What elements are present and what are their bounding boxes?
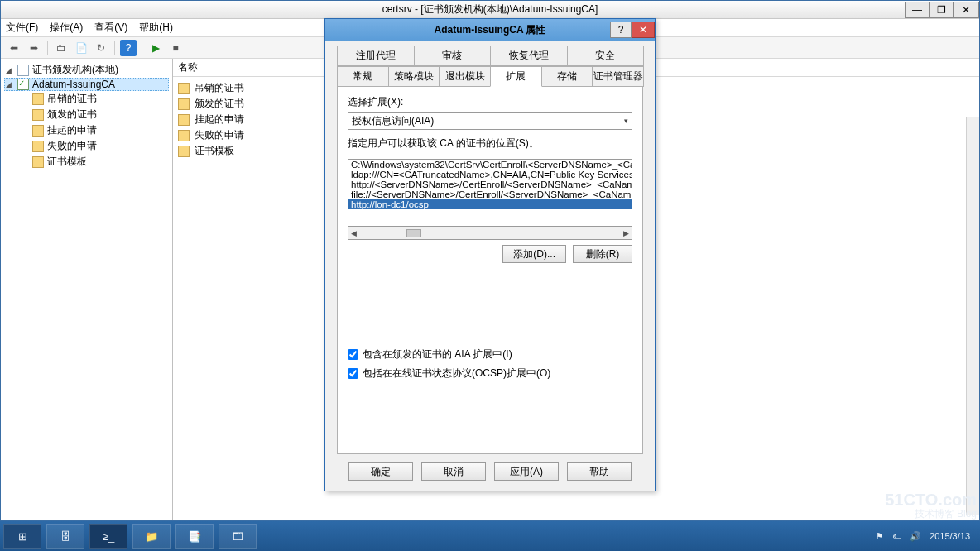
checkbox-input[interactable] [348, 368, 358, 379]
tree-item-templates[interactable]: 证书模板 [4, 154, 169, 170]
remove-button[interactable]: 删除(R) [573, 245, 632, 263]
vertical-scrollbar[interactable] [966, 117, 979, 515]
task-other[interactable]: 🗔 [219, 524, 257, 549]
tray-date[interactable]: 2015/3/13 [930, 531, 970, 541]
tab-storage[interactable]: 存储 [541, 66, 593, 87]
separator [47, 41, 48, 55]
tray-volume-icon[interactable]: 🔊 [910, 531, 921, 542]
tab-enroll-agent[interactable]: 注册代理 [337, 46, 415, 66]
start-button[interactable]: ⊞ [3, 524, 41, 549]
minimize-button[interactable]: — [905, 2, 930, 18]
tab-general[interactable]: 常规 [337, 66, 389, 87]
menu-file[interactable]: 文件(F) [6, 21, 38, 35]
tab-recovery-agent[interactable]: 恢复代理 [490, 46, 568, 66]
scroll-thumb[interactable] [406, 229, 421, 237]
play-icon[interactable]: ▶ [147, 40, 164, 56]
folder-icon [178, 130, 190, 141]
apply-button[interactable]: 应用(A) [494, 462, 559, 481]
combobox-value: 授权信息访问(AIA) [352, 114, 434, 128]
menu-action[interactable]: 操作(A) [50, 21, 83, 35]
ca-icon [17, 79, 29, 90]
folder-icon [32, 109, 44, 121]
include-aia-checkbox[interactable]: 包含在颁发的证书的 AIA 扩展中(I) [348, 347, 632, 362]
tabs-row-2: 常规 策略模块 退出模块 扩展 存储 证书管理器 [325, 66, 655, 87]
help-icon[interactable]: ? [120, 40, 137, 56]
menu-help[interactable]: 帮助(H) [139, 21, 173, 35]
task-certsrv[interactable]: 📑 [175, 524, 214, 549]
location-item[interactable]: ldap:///CN=<CATruncatedName>,CN=AIA,CN=P… [348, 170, 632, 180]
folder-icon [178, 146, 190, 157]
tree-item-revoked[interactable]: 吊销的证书 [4, 91, 169, 107]
tabs-row-1: 注册代理 审核 恢复代理 安全 [325, 41, 655, 66]
properties-icon[interactable]: 📄 [73, 40, 89, 56]
titlebar: certsrv - [证书颁发机构(本地)\Adatum-IssuingCA] … [1, 1, 979, 19]
extension-description: 指定用户可以获取该 CA 的证书的位置(S)。 [348, 137, 632, 151]
select-extension-label: 选择扩展(X): [348, 95, 632, 109]
dialog-footer: 确定 取消 应用(A) 帮助 [325, 462, 655, 491]
forward-icon[interactable]: ➡ [26, 40, 42, 56]
dialog-title: Adatum-IssuingCA 属性 [435, 23, 546, 37]
task-explorer[interactable]: 📁 [132, 524, 171, 549]
tab-policy-module[interactable]: 策略模块 [388, 66, 440, 87]
folder-icon [32, 125, 44, 137]
tab-exit-module[interactable]: 退出模块 [439, 66, 491, 87]
tab-security[interactable]: 安全 [567, 46, 645, 66]
folder-icon [32, 93, 44, 105]
tray-flag-icon[interactable]: ⚑ [876, 531, 884, 542]
cancel-button[interactable]: 取消 [421, 462, 486, 481]
location-item[interactable]: C:\Windows\system32\CertSrv\CertEnroll\<… [348, 160, 632, 170]
system-tray: ⚑ 🏷 🔊 2015/3/13 [876, 531, 977, 542]
extension-combobox[interactable]: 授权信息访问(AIA) ▾ [348, 112, 632, 130]
menu-view[interactable]: 查看(V) [94, 21, 127, 35]
tab-extensions[interactable]: 扩展 [490, 66, 542, 87]
tree-panel: ◢证书颁发机构(本地) ◢Adatum-IssuingCA 吊销的证书 颁发的证… [1, 59, 173, 520]
close-button[interactable]: ✕ [953, 2, 979, 18]
task-powershell[interactable]: ≥_ [89, 524, 127, 549]
locations-listbox[interactable]: C:\Windows\system32\CertSrv\CertEnroll\<… [348, 159, 632, 227]
tab-cert-manager[interactable]: 证书管理器 [592, 66, 644, 87]
scroll-right-icon[interactable]: ▶ [623, 229, 629, 237]
tree-root[interactable]: ◢证书颁发机构(本地) [4, 62, 169, 78]
scroll-left-icon[interactable]: ◀ [351, 229, 357, 237]
ok-button[interactable]: 确定 [348, 462, 413, 481]
horizontal-scrollbar[interactable]: ◀▶ [348, 227, 632, 240]
maximize-button[interactable]: ❐ [929, 2, 954, 18]
tree-ca-node[interactable]: ◢Adatum-IssuingCA [4, 78, 169, 91]
checkbox-input[interactable] [348, 349, 358, 360]
stop-icon[interactable]: ■ [167, 40, 184, 56]
tree-item-pending[interactable]: 挂起的申请 [4, 122, 169, 138]
location-item[interactable]: file://<ServerDNSName>/CertEnroll/<Serve… [348, 189, 632, 199]
separator [142, 41, 142, 55]
folder-icon [32, 156, 44, 168]
properties-dialog: Adatum-IssuingCA 属性 ? ✕ 注册代理 审核 恢复代理 安全 … [324, 18, 656, 491]
window-title: certsrv - [证书颁发机构(本地)\Adatum-IssuingCA] [382, 2, 598, 17]
folder-icon [178, 83, 190, 94]
add-button[interactable]: 添加(D)... [502, 245, 566, 263]
include-ocsp-checkbox[interactable]: 包括在在线证书状态协议(OCSP)扩展中(O) [348, 367, 632, 381]
task-server-manager[interactable]: 🗄 [46, 524, 84, 549]
refresh-icon[interactable]: ↻ [93, 40, 109, 56]
dialog-close-button[interactable]: ✕ [632, 22, 655, 38]
chevron-down-icon: ▾ [624, 117, 628, 125]
tab-body: 选择扩展(X): 授权信息访问(AIA) ▾ 指定用户可以获取该 CA 的证书的… [337, 87, 643, 454]
tree-item-failed[interactable]: 失败的申请 [4, 138, 169, 154]
back-icon[interactable]: ⬅ [6, 40, 22, 56]
help-button[interactable]: 帮助 [567, 462, 632, 481]
up-icon[interactable]: 🗀 [53, 40, 70, 56]
folder-icon [32, 141, 44, 152]
separator [114, 41, 115, 55]
location-item-selected[interactable]: http://lon-dc1/ocsp [348, 199, 632, 209]
taskbar: ⊞ 🗄 ≥_ 📁 📑 🗔 ⚑ 🏷 🔊 2015/3/13 [0, 521, 980, 551]
tab-audit[interactable]: 审核 [414, 46, 492, 66]
tray-network-icon[interactable]: 🏷 [892, 531, 901, 541]
dialog-help-button[interactable]: ? [610, 22, 632, 38]
cert-authority-icon [17, 65, 29, 76]
tree-item-issued[interactable]: 颁发的证书 [4, 107, 169, 122]
location-item[interactable]: http://<ServerDNSName>/CertEnroll/<Serve… [348, 180, 632, 189]
folder-icon [178, 114, 190, 126]
dialog-titlebar: Adatum-IssuingCA 属性 ? ✕ [325, 19, 655, 41]
folder-icon [178, 98, 190, 110]
